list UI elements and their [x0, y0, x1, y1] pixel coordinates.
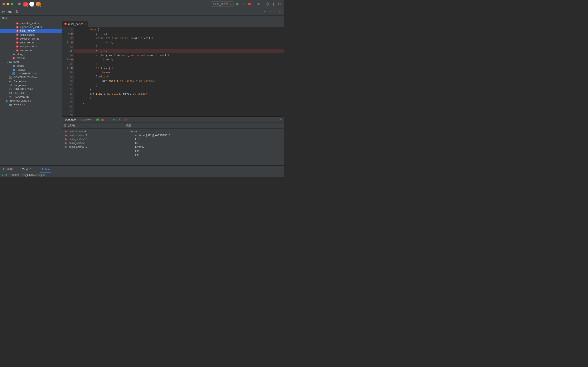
tree-item[interactable]: release [0, 68, 62, 72]
step-over-icon[interactable] [106, 118, 110, 121]
breakpoint-icon [65, 131, 67, 132]
code-line[interactable]: j -= 1; [77, 57, 284, 62]
variable-item[interactable]: ›arr:&mut [i32] @ 0x7fffffffd510 [124, 133, 284, 137]
tree-item[interactable]: Rtim_sort.rs [0, 48, 62, 52]
tree-item[interactable]: TCACHEDIR.TAG [0, 72, 62, 75]
gear-icon[interactable] [272, 2, 275, 6]
breakpoint-icon[interactable] [71, 42, 73, 43]
variable-item[interactable]: pivot: 5 [124, 145, 284, 149]
tree-item[interactable]: ›debug [0, 64, 62, 68]
tree-item[interactable]: [T]Cargo.toml [0, 83, 62, 87]
tab-debugger[interactable]: Debugger [64, 117, 77, 122]
code-line[interactable]: } [77, 87, 284, 92]
code-line[interactable]: break; [77, 70, 284, 75]
avatar[interactable] [23, 2, 28, 7]
chevron-down-icon: ⌄ [126, 130, 129, 133]
stop-button[interactable] [248, 3, 251, 5]
tree-item[interactable]: Rstooge_sort.rs [0, 44, 62, 48]
breakpoint-icon[interactable] [71, 59, 73, 60]
tab-terminal[interactable]: 终端 [2, 166, 13, 172]
tree-item[interactable]: Rradix_sort.rs [0, 33, 62, 37]
code-line[interactable]: } [77, 44, 284, 49]
search-icon[interactable] [278, 2, 281, 6]
step-into-icon[interactable] [112, 118, 115, 121]
tree-item[interactable]: M↓CONTRIBUTING.md [0, 75, 62, 79]
close-icon[interactable]: × [85, 22, 86, 26]
close-panel-icon[interactable]: × [279, 117, 282, 122]
variable-item[interactable]: lo: 0 [124, 137, 284, 141]
run-button[interactable] [236, 3, 239, 6]
code-line[interactable]: i += 1; [77, 40, 284, 44]
folder-icon[interactable] [2, 10, 5, 13]
collapse-icon[interactable]: « [279, 10, 281, 13]
variable-item[interactable]: i: 0 [124, 149, 284, 153]
disable-breakpoints-icon[interactable] [124, 118, 127, 121]
code-line[interactable] [77, 113, 284, 117]
tree-item[interactable]: Rshell_sort.rs [0, 41, 62, 44]
resume-button[interactable] [96, 118, 99, 121]
tree-item[interactable]: Rust 1.62 [0, 103, 62, 106]
code-line[interactable]: if i >= j { [77, 66, 284, 70]
close-window-button[interactable] [2, 3, 5, 5]
globe-icon[interactable] [15, 10, 18, 13]
tree-item[interactable]: Rselection_sort.rs [0, 37, 62, 41]
stop-debug-button[interactable] [102, 119, 104, 121]
breakpoint-item[interactable]: quick_sort.rs:13 [62, 137, 124, 141]
step-out-icon[interactable] [118, 118, 121, 121]
variable-item[interactable]: hi: 5 [124, 141, 284, 145]
add-user-icon[interactable] [17, 2, 21, 6]
code-line[interactable]: i += 1; [77, 32, 284, 36]
avatar[interactable] [29, 2, 34, 7]
tree-item[interactable]: ⌄External Libraries [0, 99, 62, 103]
code-line[interactable]: } [77, 83, 284, 87]
debug-button[interactable] [242, 2, 245, 6]
code-line[interactable] [77, 104, 284, 109]
breakpoint-item[interactable]: quick_sort.rs:11 [62, 133, 124, 137]
chevron-down-icon: ⌄ [230, 3, 231, 5]
code-line[interactable]: arr.swap(i as usize, pivot as usize); [77, 92, 284, 96]
code-line[interactable]: } else { [77, 75, 284, 79]
share-icon[interactable] [257, 2, 260, 6]
tree-item[interactable]: Rpancake_sort.rs [0, 21, 62, 25]
add-icon[interactable] [274, 10, 277, 13]
tree-item-label: shell_sort.rs [20, 41, 34, 44]
breakpoint-icon[interactable] [71, 67, 73, 69]
tree-item[interactable]: ⌄target [0, 60, 62, 64]
tree-item[interactable]: GOCargo.lock [0, 79, 62, 83]
help-icon[interactable] [266, 2, 269, 6]
breakpoint-item[interactable]: quick_sort.rs:9 [62, 129, 124, 133]
tree-item[interactable]: Rpigeonhole_sort.rs [0, 25, 62, 29]
download-icon[interactable] [268, 10, 271, 13]
upload-icon[interactable] [263, 10, 266, 13]
code-line[interactable]: while arr[i as usize] < arr[pivot] { [77, 36, 284, 40]
tree-item[interactable]: GOLICENSE [0, 91, 62, 95]
tree-item[interactable]: M↓DIRECTORY.md [0, 87, 62, 91]
code-line[interactable]: loop { [77, 27, 284, 32]
code-line[interactable]: i [77, 96, 284, 100]
tree-item[interactable]: ›string [0, 52, 62, 56]
tab-output[interactable]: 输出 [21, 166, 32, 172]
tree-item[interactable]: M↓README.md [0, 95, 62, 99]
tab-debug[interactable]: 调试 [40, 166, 51, 173]
file-tree[interactable]: Rpancake_sort.rsRpigeonhole_sort.rsRquic… [0, 21, 62, 165]
code-line[interactable] [77, 109, 284, 113]
code-line[interactable]: } [77, 62, 284, 66]
breakpoint-item[interactable]: quick_sort.rs:15 [62, 141, 124, 145]
code-editor[interactable]: 8910111213▷14151617181920212223242526272… [62, 27, 284, 117]
avatar[interactable] [36, 2, 41, 7]
breakpoint-item[interactable]: quick_sort.rs:17 [62, 145, 124, 149]
tree-item[interactable]: Rmain.rs [0, 56, 62, 60]
locals-group[interactable]: ⌄ Locals [124, 129, 284, 133]
tree-item[interactable]: Rquick_sort.rs [0, 29, 62, 33]
breakpoint-icon[interactable] [71, 33, 73, 35]
minimize-window-button[interactable] [7, 3, 9, 5]
tab-console[interactable]: Console [80, 117, 92, 122]
maximize-window-button[interactable] [11, 3, 13, 5]
code-line[interactable]: arr.swap(i as usize, j as usize); [77, 79, 284, 83]
code-line[interactable]: while j >= 0 && arr[j as usize] > arr[pi… [77, 53, 284, 57]
code-line[interactable]: } [77, 100, 284, 104]
editor-tab[interactable]: R quick_sort.rs × [62, 21, 88, 27]
code-line[interactable]: j -= 1; [74, 49, 284, 53]
run-config-dropdown[interactable]: quick_sort.rs ⌄ [211, 1, 233, 7]
variable-item[interactable]: i: 5 [124, 153, 284, 157]
